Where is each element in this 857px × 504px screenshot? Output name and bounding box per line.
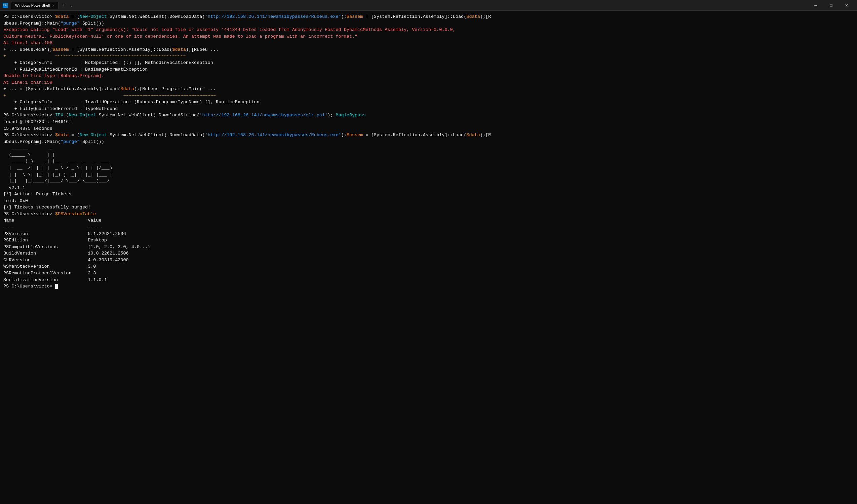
terminal-line: Luid: 0x0 bbox=[3, 198, 854, 204]
terminal-line: PSEdition Desktop bbox=[3, 237, 854, 244]
terminal-line: + ~~~~~~~~~~~~~~~~~~~~~~~~~~~~~~~~~~~~~~… bbox=[3, 53, 854, 60]
terminal-line: [+] Tickets successfully purged! bbox=[3, 204, 854, 211]
terminal-line: At line:1 char:159 bbox=[3, 79, 854, 86]
close-button[interactable]: ✕ bbox=[839, 0, 854, 11]
terminal-line: + ... ubeus.exe');$assem = [System.Refle… bbox=[3, 46, 854, 53]
terminal-line: (_____ \ | | bbox=[3, 152, 854, 158]
terminal-line: [*] Action: Purge Tickets bbox=[3, 191, 854, 198]
terminal-line: ubeus.Program]::Main("purge".Split()) bbox=[3, 138, 854, 145]
tab-powershell[interactable]: Windows PowerShell ✕ bbox=[11, 2, 59, 9]
tab-close-button[interactable]: ✕ bbox=[52, 4, 54, 7]
terminal-line: 15.9424875 seconds bbox=[3, 125, 854, 132]
terminal-line: BuildVersion 10.0.22621.2506 bbox=[3, 250, 854, 257]
terminal-output[interactable]: PS C:\Users\victo> $data = (New-Object S… bbox=[0, 11, 857, 504]
terminal-line: | __ /| | | | _ \ / _ \| | | |/___) bbox=[3, 165, 854, 171]
minimize-button[interactable]: ─ bbox=[808, 0, 823, 11]
terminal-line: Unable to find type [Rubeus.Program]. bbox=[3, 73, 854, 79]
terminal-line: | | \ \| |_| | |_) ) |_| | |_| |___ | bbox=[3, 171, 854, 178]
terminal-line: PSVersion 5.1.22621.2506 bbox=[3, 231, 854, 237]
terminal-line: ---- ----- bbox=[3, 224, 854, 231]
terminal-line: PSRemotingProtocolVersion 2.3 bbox=[3, 270, 854, 277]
titlebar: PS Windows PowerShell ✕ + ⌄ ─ □ ✕ bbox=[0, 0, 857, 11]
window-controls: ─ □ ✕ bbox=[808, 0, 854, 11]
terminal-line: + FullyQualifiedErrorId : BadImageFormat… bbox=[3, 66, 854, 73]
terminal-line: Name Value bbox=[3, 217, 854, 224]
terminal-line: |_| |_|____/|____/ \___/ \____(___/ bbox=[3, 178, 854, 185]
terminal-line: SerializationVersion 1.1.0.1 bbox=[3, 277, 854, 283]
tab-bar: Windows PowerShell ✕ + ⌄ bbox=[11, 2, 74, 9]
terminal-line: ubeus.Program]::Main("purge".Split()) bbox=[3, 20, 854, 27]
new-tab-button[interactable]: + bbox=[60, 2, 68, 9]
terminal-line: + FullyQualifiedErrorId : TypeNotFound bbox=[3, 105, 854, 112]
terminal-line: _____) )_ _| |__ ___ _ _ ___ bbox=[3, 158, 854, 165]
terminal-line: + ... = [System.Reflection.Assembly]::Lo… bbox=[3, 86, 854, 93]
terminal-line: + CategoryInfo : NotSpecified: (:) [], M… bbox=[3, 60, 854, 66]
tab-label: Windows PowerShell bbox=[15, 3, 50, 7]
app-icon: PS bbox=[3, 3, 8, 8]
terminal-line: PS C:\Users\victo> $data = (New-Object S… bbox=[3, 14, 854, 20]
terminal-line: ______ _ bbox=[3, 145, 854, 152]
maximize-button[interactable]: □ bbox=[823, 0, 839, 11]
terminal-line: CLRVersion 4.0.30319.42000 bbox=[3, 257, 854, 264]
terminal-line: PSCompatibleVersions {1.0, 2.0, 3.0, 4.0… bbox=[3, 244, 854, 251]
terminal-line: PS C:\Users\victo> $data = (New-Object S… bbox=[3, 132, 854, 138]
terminal-line: + CategoryInfo : InvalidOperation: (Rube… bbox=[3, 99, 854, 105]
terminal-prompt-line: PS C:\Users\victo> bbox=[3, 283, 854, 290]
terminal-line: WSManStackVersion 3.0 bbox=[3, 263, 854, 270]
terminal-line: At line:1 char:108 bbox=[3, 40, 854, 46]
terminal-line: v2.1.1 bbox=[3, 185, 854, 191]
terminal-line: + ~~~~~~~~~~~~~~~~~~~~~~~~~~~~~~~~~~ bbox=[3, 93, 854, 99]
terminal-line: PS C:\Users\victo> IEX (New-Object Syste… bbox=[3, 112, 854, 119]
cursor bbox=[55, 284, 58, 289]
terminal-line: PS C:\Users\victo> $PSVersionTable bbox=[3, 211, 854, 218]
terminal-line: Found @ 9502720 : 104616! bbox=[3, 119, 854, 125]
terminal-line: Exception calling "Load" with "1" argume… bbox=[3, 27, 854, 33]
tab-dropdown-button[interactable]: ⌄ bbox=[69, 2, 74, 8]
terminal-line: Culture=neutral, PublicKeyToken=null' or… bbox=[3, 33, 854, 40]
